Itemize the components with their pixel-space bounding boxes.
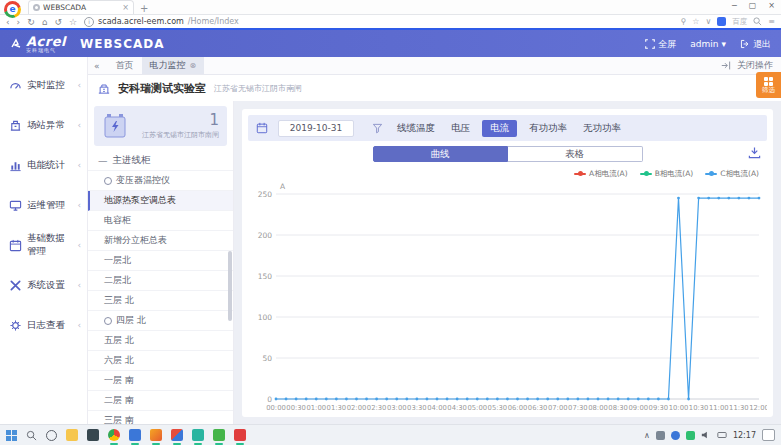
tray-expand-icon[interactable]: ∧ <box>644 431 650 440</box>
sidebar-item[interactable]: 日志查看‹ <box>0 305 87 345</box>
legend-label: A相电流(A) <box>589 169 628 179</box>
taskbar-clock[interactable]: 12:17 <box>733 431 756 440</box>
refresh-icon[interactable]: ↻ <box>27 17 35 27</box>
site-info-icon[interactable]: i <box>84 17 94 27</box>
search-icon[interactable] <box>753 17 762 26</box>
sidebar-item[interactable]: 运维管理‹ <box>0 185 87 225</box>
orange-app-icon[interactable] <box>150 429 162 441</box>
username: admin <box>690 39 718 49</box>
baidu-bookmark-label[interactable]: 百度 <box>732 17 747 27</box>
tree-root-node[interactable]: — 主进线柜 <box>88 151 233 171</box>
tree-item[interactable]: 三层 北 <box>88 291 233 311</box>
legend-item[interactable]: C相电流(A) <box>705 169 759 179</box>
back-icon[interactable]: ‹ <box>6 17 10 27</box>
close-ops-icon[interactable] <box>721 60 732 71</box>
teal-app-icon[interactable] <box>192 429 204 441</box>
funnel-icon[interactable] <box>372 123 383 134</box>
window-maximize-button[interactable]: ▢ <box>749 1 757 10</box>
red-blue-app-icon[interactable] <box>171 429 183 441</box>
tab-close-icon[interactable]: × <box>122 3 129 12</box>
tree-item[interactable]: 二层 南 <box>88 391 233 411</box>
sidebar-item[interactable]: 场站异常‹ <box>0 105 87 145</box>
blue-tray-icon[interactable] <box>671 431 680 440</box>
forward-icon[interactable]: › <box>17 17 21 27</box>
sidebar-item[interactable]: 电能统计‹ <box>0 145 87 185</box>
tree-item-label: 三层 北 <box>104 294 134 307</box>
green-tray-icon[interactable] <box>686 431 695 440</box>
window-minimize-button[interactable]: ─ <box>732 1 737 10</box>
circuit-filter-button[interactable]: 筛选 <box>756 72 781 98</box>
station-card[interactable]: 1 江苏省无锡市江阴市南闸 <box>94 106 227 146</box>
pin-icon[interactable]: ⚲ <box>680 17 686 26</box>
tab-close-icon[interactable]: ⊗ <box>190 61 197 70</box>
tree-item[interactable]: 变压器温控仪 <box>88 171 233 191</box>
tree-item[interactable]: 一层 南 <box>88 371 233 391</box>
tree-item[interactable]: 五层 北 <box>88 331 233 351</box>
sidebar-item[interactable]: 基础数据管理‹ <box>0 225 87 265</box>
dropdown-caret-icon[interactable]: ∨ <box>705 17 711 26</box>
browser-logo-icon[interactable]: e <box>4 1 21 18</box>
curve-view-button[interactable]: 曲线 <box>373 146 508 162</box>
chrome-icon[interactable] <box>108 429 120 441</box>
shield-tray-icon[interactable] <box>656 431 665 440</box>
tree-item-label: 地源热泵空调总表 <box>104 194 176 207</box>
svg-text:07:30: 07:30 <box>568 404 588 412</box>
file-explorer-icon[interactable] <box>66 429 78 441</box>
tree-item[interactable]: 地源热泵空调总表 <box>88 191 233 211</box>
measure-option[interactable]: 有功功率 <box>525 120 571 137</box>
table-view-button[interactable]: 表格 <box>508 146 643 162</box>
line-chart[interactable]: 050100150200250A00:0000:3001:0001:3002:0… <box>248 180 767 415</box>
browser-tab[interactable]: WEBSCADA × <box>28 0 134 14</box>
menu-icon[interactable]: ≡ <box>768 17 775 26</box>
window-close-button[interactable]: × <box>768 1 775 10</box>
monitor-app-icon[interactable] <box>87 429 99 441</box>
measure-option[interactable]: 线缆温度 <box>393 120 439 137</box>
green-app-icon[interactable] <box>213 429 225 441</box>
svg-text:09:30: 09:30 <box>649 404 669 412</box>
blue-app-icon[interactable] <box>129 429 141 441</box>
new-tab-button[interactable]: + <box>140 4 148 14</box>
page-tab[interactable]: 电力监控⊗ <box>142 57 205 74</box>
download-icon[interactable] <box>748 146 761 159</box>
tree-item[interactable]: 三层 南 <box>88 411 233 425</box>
tree-item[interactable]: 新增分立柜总表 <box>88 231 233 251</box>
measure-option[interactable]: 无功功率 <box>579 120 625 137</box>
tree-scrollbar[interactable] <box>228 251 232 321</box>
bookmark-star-icon[interactable]: ☆ <box>69 17 77 27</box>
tree-item[interactable]: 二层北 <box>88 271 233 291</box>
baidu-bookmark-icon[interactable] <box>717 17 726 26</box>
energy-stats-icon <box>9 159 22 172</box>
fullscreen-button[interactable]: 全屏 <box>645 38 676 51</box>
red-app-icon[interactable] <box>234 429 246 441</box>
date-input[interactable]: 2019-10-31 <box>278 120 354 137</box>
svg-text:01:30: 01:30 <box>327 404 347 412</box>
collapse-tabs-icon[interactable]: « <box>94 61 100 71</box>
tree-item[interactable]: 六层 北 <box>88 351 233 371</box>
tree-item[interactable]: 电容柜 <box>88 211 233 231</box>
network-icon[interactable] <box>717 430 727 440</box>
start-button-icon[interactable] <box>6 430 17 441</box>
legend-item[interactable]: B相电流(A) <box>640 169 694 179</box>
taskbar-search-icon[interactable] <box>26 430 37 441</box>
tree-item[interactable]: 四层 北 <box>88 311 233 331</box>
home-icon[interactable]: ⌂ <box>42 17 48 27</box>
page-tab[interactable]: 首页 <box>108 57 142 74</box>
measure-option[interactable]: 电流 <box>482 120 517 137</box>
notification-icon[interactable] <box>762 429 775 441</box>
favorite-star-icon[interactable]: ☆ <box>692 17 699 26</box>
cortana-icon[interactable] <box>46 430 57 441</box>
measure-option[interactable]: 电压 <box>447 120 474 137</box>
close-ops-label[interactable]: 关闭操作 <box>737 59 773 72</box>
undo-icon[interactable]: ↺ <box>54 17 62 27</box>
sidebar-item[interactable]: 实时监控‹ <box>0 65 87 105</box>
url-field[interactable]: i scada.acrel-eem.com/Home/Index <box>84 17 673 27</box>
sidebar-item[interactable]: 系统设置‹ <box>0 265 87 305</box>
logout-button[interactable]: 退出 <box>740 38 771 51</box>
url-path: /Home/Index <box>188 17 239 26</box>
tree-item[interactable]: 一层北 <box>88 251 233 271</box>
user-menu[interactable]: admin▾ <box>690 39 726 49</box>
volume-icon[interactable] <box>701 430 711 440</box>
svg-text:03:30: 03:30 <box>407 404 427 412</box>
collapse-minus-icon[interactable]: — <box>98 155 108 166</box>
legend-item[interactable]: A相电流(A) <box>574 169 628 179</box>
